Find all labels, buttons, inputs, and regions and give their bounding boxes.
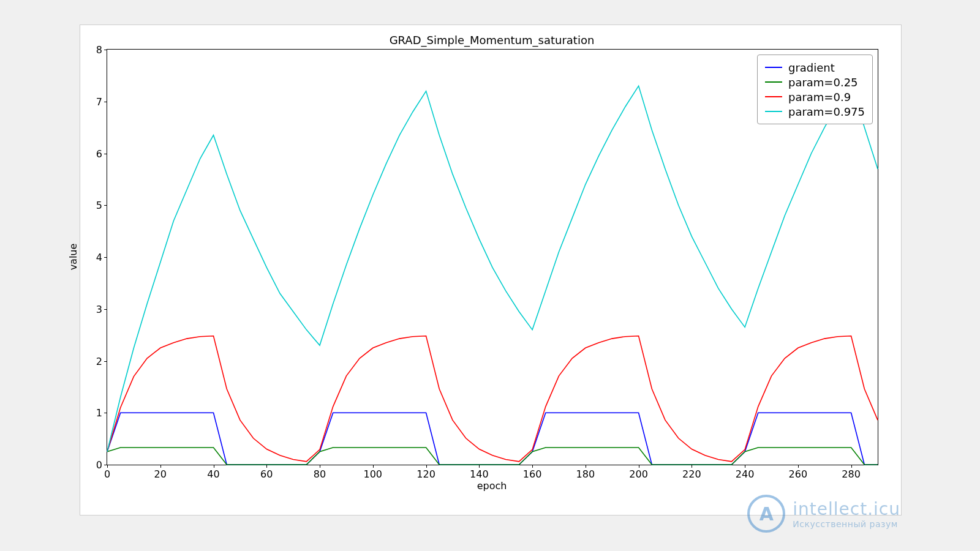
legend-swatch [765, 81, 782, 83]
series-line [107, 336, 878, 462]
legend-label: gradient [788, 61, 835, 74]
legend-item: param=0.9 [765, 89, 865, 104]
legend-swatch [765, 67, 782, 68]
legend-label: param=0.25 [788, 76, 858, 89]
legend-swatch [765, 111, 782, 112]
legend: gradientparam=0.25param=0.9param=0.975 [757, 54, 873, 124]
chart-title: GRAD_Simple_Momentum_saturation [107, 34, 877, 47]
legend-label: param=0.975 [788, 105, 865, 118]
legend-item: gradient [765, 60, 865, 75]
legend-swatch [765, 96, 782, 97]
x-axis-label: epoch [107, 480, 877, 492]
watermark-sub: Искусственный разум [793, 519, 900, 529]
series-line [107, 413, 878, 465]
legend-item: param=0.25 [765, 75, 865, 89]
y-axis-label: value [67, 49, 80, 464]
plot-area: gradientparam=0.25param=0.9param=0.975 0… [107, 49, 878, 465]
legend-item: param=0.975 [765, 104, 865, 119]
legend-label: param=0.9 [788, 91, 851, 103]
